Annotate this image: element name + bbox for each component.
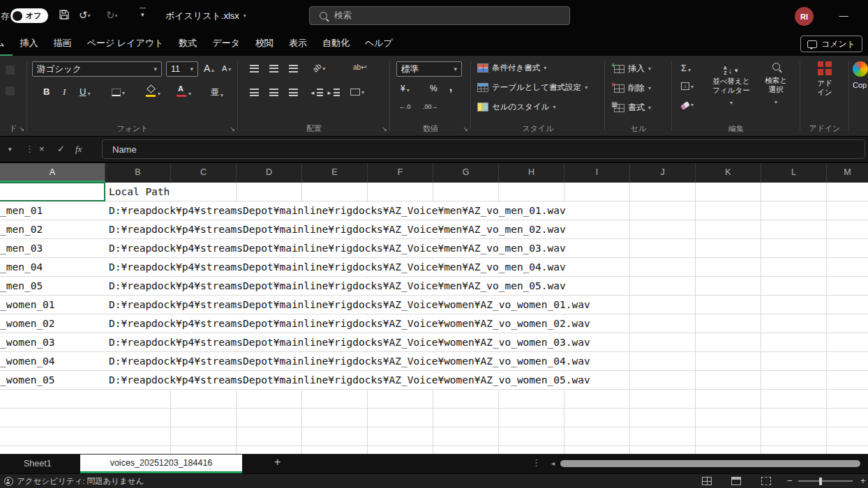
cell-B5[interactable]: D:¥reapdock¥p4¥streamsDepot¥mainline¥rig…: [106, 259, 569, 276]
search-input[interactable]: 検索: [309, 6, 570, 25]
fill-button[interactable]: ↓▾: [681, 82, 694, 90]
column-header-F[interactable]: F: [368, 163, 433, 182]
font-color-button[interactable]: A▾: [176, 86, 191, 97]
phonetic-button[interactable]: 亜▾: [211, 86, 223, 98]
column-header-H[interactable]: H: [499, 163, 564, 182]
cell-B10[interactable]: D:¥reapdock¥p4¥streamsDepot¥mainline¥rig…: [106, 353, 593, 370]
cell-B1[interactable]: Local Path: [106, 183, 172, 201]
orientation-button[interactable]: ab▾: [313, 63, 325, 72]
percent-format-button[interactable]: %: [430, 84, 437, 93]
cell-styles-button[interactable]: セルのスタイル▾: [477, 102, 555, 112]
autosave-toggle[interactable]: オフ: [10, 8, 48, 23]
cell-A11[interactable]: _women_05: [0, 372, 103, 389]
number-dialog-launcher-icon[interactable]: ↘: [463, 125, 468, 132]
column-header-B[interactable]: B: [105, 163, 171, 182]
align-right-button[interactable]: [289, 89, 298, 96]
insert-cells-button[interactable]: +挿入▾: [614, 63, 651, 75]
save-icon[interactable]: [59, 9, 70, 24]
borders-button[interactable]: ▾: [112, 89, 125, 96]
cell-A9[interactable]: _women_03: [0, 334, 103, 351]
cell-B3[interactable]: D:¥reapdock¥p4¥streamsDepot¥mainline¥rig…: [106, 221, 569, 238]
comments-button[interactable]: コメント: [800, 36, 862, 52]
enter-button[interactable]: ✓: [57, 137, 65, 162]
tab-formulas[interactable]: 数式: [171, 32, 204, 56]
clipboard-dialog-launcher-icon[interactable]: ↘: [19, 125, 24, 132]
column-header-J[interactable]: J: [630, 163, 696, 182]
worksheet-grid[interactable]: Local Path _men_01 D:¥reapdock¥p4¥stream…: [0, 183, 868, 454]
cancel-button[interactable]: ×: [39, 137, 45, 162]
zoom-out-button[interactable]: −: [787, 474, 793, 488]
column-header-C[interactable]: C: [171, 163, 237, 182]
currency-format-button[interactable]: ¥▾: [401, 84, 410, 93]
cell-A8[interactable]: _women_02: [0, 315, 103, 333]
tab-draw[interactable]: 描画: [46, 32, 80, 56]
number-format-combo[interactable]: 標準▾: [396, 61, 462, 77]
column-header-I[interactable]: I: [564, 163, 630, 182]
sheet-tab-sheet1[interactable]: Sheet1: [13, 455, 63, 473]
wrap-text-button[interactable]: ab↩: [353, 63, 367, 71]
page-layout-view-button[interactable]: [731, 477, 741, 485]
align-top-button[interactable]: [250, 65, 259, 73]
format-cells-button[interactable]: ▦書式▾: [614, 102, 651, 114]
cell-B4[interactable]: D:¥reapdock¥p4¥streamsDepot¥mainline¥rig…: [106, 240, 569, 257]
fill-color-button[interactable]: ▾: [145, 86, 160, 97]
paste-icon[interactable]: [6, 66, 15, 75]
align-center-button[interactable]: [269, 89, 278, 96]
avatar[interactable]: RI: [795, 7, 814, 26]
hscroll-left-arrow-icon[interactable]: ◄: [550, 460, 556, 467]
align-left-button[interactable]: [250, 89, 259, 96]
cell-A1[interactable]: [0, 183, 103, 201]
cell-B9[interactable]: D:¥reapdock¥p4¥streamsDepot¥mainline¥rig…: [106, 334, 593, 351]
decrease-decimal-button[interactable]: .00→: [423, 103, 438, 110]
tab-page-layout[interactable]: ページ レイアウト: [80, 32, 172, 56]
cell-B7[interactable]: D:¥reapdock¥p4¥streamsDepot¥mainline¥rig…: [106, 296, 593, 314]
increase-decimal-button[interactable]: ←.0: [399, 103, 411, 110]
minimize-button[interactable]: —: [832, 7, 855, 25]
decrease-indent-button[interactable]: ◄: [310, 89, 323, 96]
bold-button[interactable]: B: [43, 86, 50, 97]
font-name-combo[interactable]: 游ゴシック▾: [32, 61, 162, 77]
column-header-L[interactable]: L: [761, 163, 827, 182]
tab-help[interactable]: ヘルプ: [357, 32, 401, 56]
zoom-in-button[interactable]: +: [860, 474, 866, 488]
find-select-button[interactable]: 検索と 選択 ▾: [756, 60, 795, 112]
column-header-G[interactable]: G: [433, 163, 499, 182]
sort-filter-button[interactable]: AZ ↓▼ 並べ替えと フィルター ▾: [709, 60, 754, 112]
column-header-D[interactable]: D: [237, 163, 302, 182]
tab-automate[interactable]: 自動化: [315, 32, 357, 56]
zoom-slider-thumb[interactable]: [819, 478, 822, 485]
cell-A3[interactable]: _men_02: [0, 221, 103, 238]
align-bottom-button[interactable]: [289, 65, 298, 73]
cell-A4[interactable]: _men_03: [0, 240, 103, 257]
tab-view[interactable]: 表示: [281, 32, 315, 56]
autosum-button[interactable]: Σ▾: [681, 63, 691, 73]
font-size-combo[interactable]: 11▾: [166, 61, 198, 77]
align-middle-button[interactable]: [269, 65, 278, 73]
format-as-table-button[interactable]: テーブルとして書式設定▾: [477, 82, 588, 93]
italic-button[interactable]: I: [63, 86, 66, 98]
alignment-dialog-launcher-icon[interactable]: ↘: [382, 125, 387, 132]
redo-button[interactable]: ↻▾: [106, 8, 118, 24]
increase-indent-button[interactable]: ►: [327, 89, 340, 96]
cell-A5[interactable]: _men_04: [0, 259, 103, 276]
cell-A6[interactable]: _men_05: [0, 277, 103, 295]
column-header-A[interactable]: A: [0, 163, 105, 182]
page-break-view-button[interactable]: [761, 477, 771, 485]
cell-A2[interactable]: _men_01: [0, 202, 103, 220]
font-dialog-launcher-icon[interactable]: ↘: [230, 125, 235, 132]
clear-button[interactable]: ▾: [681, 102, 694, 108]
tab-data[interactable]: データ: [204, 32, 248, 56]
sheet-tab-active[interactable]: voices_20251203_184416: [80, 455, 242, 473]
column-header-K[interactable]: K: [696, 163, 761, 182]
zoom-slider-track[interactable]: [798, 480, 853, 482]
cell-A10[interactable]: _women_04: [0, 353, 103, 370]
quick-access-customize-icon[interactable]: ▾: [140, 8, 146, 21]
undo-button[interactable]: ↺▾: [79, 8, 91, 24]
name-box-dropdown-icon[interactable]: ▾: [8, 137, 12, 162]
column-header-E[interactable]: E: [302, 163, 368, 182]
delete-cells-button[interactable]: ×削除▾: [614, 82, 651, 94]
comma-format-button[interactable]: ,: [449, 81, 452, 93]
workbook-title[interactable]: ボイスリスト.xlsx▾: [165, 10, 246, 22]
cell-B2[interactable]: D:¥reapdock¥p4¥streamsDepot¥mainline¥rig…: [106, 202, 569, 220]
cell-B6[interactable]: D:¥reapdock¥p4¥streamsDepot¥mainline¥rig…: [106, 277, 569, 295]
